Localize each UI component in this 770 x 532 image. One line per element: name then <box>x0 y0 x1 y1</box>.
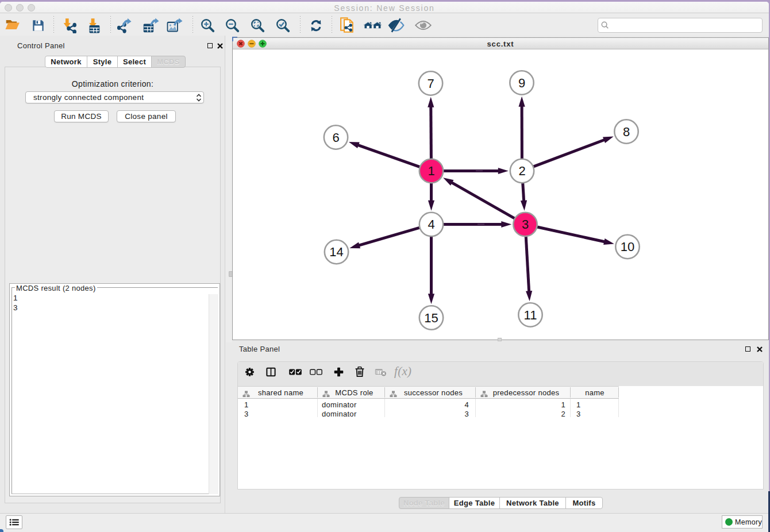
svg-text:11: 11 <box>524 308 537 322</box>
svg-text:15: 15 <box>424 311 438 325</box>
svg-text:4: 4 <box>428 217 434 232</box>
svg-text:9: 9 <box>518 76 525 90</box>
svg-text:10: 10 <box>621 240 634 254</box>
svg-text:14: 14 <box>329 245 343 259</box>
svg-text:8: 8 <box>623 125 630 139</box>
svg-text:2: 2 <box>518 164 525 178</box>
svg-text:3: 3 <box>522 217 529 232</box>
svg-text:6: 6 <box>332 130 339 145</box>
svg-text:7: 7 <box>427 76 434 91</box>
svg-text:1: 1 <box>428 164 434 178</box>
